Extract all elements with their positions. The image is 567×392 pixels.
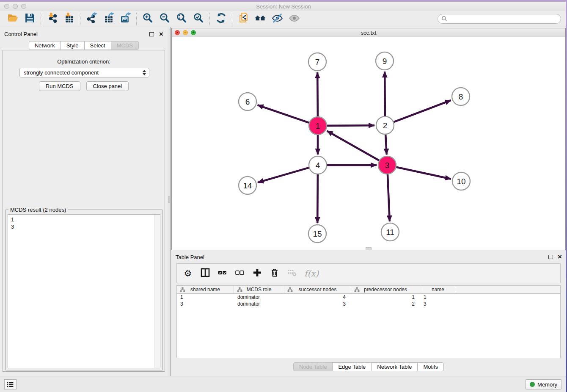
duplicate-network-button[interactable] xyxy=(235,12,252,26)
export-image-button[interactable] xyxy=(117,12,134,26)
import-network-icon xyxy=(47,12,58,25)
optimization-dropdown[interactable]: strongly connected component xyxy=(19,68,149,77)
control-panel-close-icon[interactable]: × xyxy=(159,32,163,36)
mcds-result-scrollbar[interactable] xyxy=(154,215,160,368)
tab-style[interactable]: Style xyxy=(61,41,85,50)
graph-node-1[interactable]: 1 xyxy=(309,117,327,135)
tab-select[interactable]: Select xyxy=(84,41,111,50)
save-session-button[interactable] xyxy=(21,12,38,26)
table-cell: 1 xyxy=(420,294,456,301)
node-table-body: 1dominator4113dominator323 xyxy=(177,294,560,307)
toolbar-separator xyxy=(232,13,232,25)
apply-layout-button[interactable] xyxy=(212,12,229,26)
panel-splitter[interactable] xyxy=(168,27,171,376)
table-cell: 3 xyxy=(284,301,351,307)
table-cell: dominator xyxy=(234,301,284,307)
tab-network[interactable]: Network xyxy=(29,41,61,50)
network-window-titlebar[interactable]: × − + scc.txt xyxy=(172,28,565,37)
delete-column-icon xyxy=(270,268,279,279)
graph-node-2[interactable]: 2 xyxy=(376,116,394,134)
edge-2-8[interactable] xyxy=(394,100,451,122)
settings-button[interactable]: ⚙ xyxy=(183,268,193,279)
column-header-shared-name[interactable]: shared name xyxy=(177,286,234,294)
graph-node-6[interactable]: 6 xyxy=(239,93,256,110)
graph-node-4[interactable]: 4 xyxy=(309,156,327,174)
hide-selected-button[interactable] xyxy=(269,12,286,26)
split-panel-button[interactable] xyxy=(200,268,210,279)
toolbar-separator xyxy=(80,13,80,25)
optimization-label: Optimization criterion: xyxy=(3,58,165,65)
zoom-fit-button[interactable] xyxy=(173,12,190,26)
memory-button[interactable]: Memory xyxy=(525,379,562,389)
application-window: Session: New Session Control Panel × Net… xyxy=(0,0,567,392)
column-header-MCDS-role[interactable]: MCDS role xyxy=(234,286,284,294)
control-panel-float-icon[interactable] xyxy=(149,32,154,36)
show-all-button[interactable] xyxy=(286,12,303,26)
zoom-out-button[interactable] xyxy=(156,12,173,26)
tab-node-table[interactable]: Node Table xyxy=(293,362,333,371)
graph-node-label: 7 xyxy=(315,58,320,66)
node-table-header-row: shared nameMCDS rolesuccessor nodesprede… xyxy=(177,286,560,294)
graph-node-3[interactable]: 3 xyxy=(378,156,396,174)
add-column-button[interactable] xyxy=(252,268,262,279)
import-table-button[interactable] xyxy=(61,12,77,26)
table-panel-float-icon[interactable] xyxy=(548,255,553,259)
edge-3-10[interactable] xyxy=(396,167,451,179)
graph-node-7[interactable]: 7 xyxy=(308,53,326,71)
task-history-button[interactable] xyxy=(4,379,17,389)
graph-node-10[interactable]: 10 xyxy=(452,172,470,190)
graph-node-15[interactable]: 15 xyxy=(308,225,326,243)
tab-network-table[interactable]: Network Table xyxy=(371,362,418,371)
edge-1-6[interactable] xyxy=(258,105,309,123)
canvas-resize-grip[interactable] xyxy=(366,247,372,250)
function-builder-button: f(x) xyxy=(304,268,319,279)
delete-table-icon xyxy=(287,268,297,279)
graph-node-11[interactable]: 11 xyxy=(381,223,399,241)
table-row[interactable]: 3dominator323 xyxy=(177,301,560,307)
duplicate-network-icon xyxy=(238,12,249,25)
tab-mcds[interactable]: MCDS xyxy=(111,41,139,50)
close-panel-button[interactable]: Close panel xyxy=(86,81,129,91)
edge-1-7[interactable] xyxy=(317,72,318,116)
edge-4-14[interactable] xyxy=(258,168,309,182)
table-row[interactable]: 1dominator411 xyxy=(177,294,560,301)
deselect-all-button[interactable] xyxy=(235,268,245,279)
import-network-button[interactable] xyxy=(44,12,61,26)
splitter-handle[interactable] xyxy=(168,196,170,203)
edge-2-3[interactable] xyxy=(385,135,387,155)
table-cell: 3 xyxy=(177,301,234,307)
graph-node-8[interactable]: 8 xyxy=(452,88,470,105)
edge-4-15[interactable] xyxy=(317,174,318,223)
first-neighbors-button[interactable] xyxy=(252,12,269,26)
edge-1-2[interactable] xyxy=(327,125,374,126)
table-panel-close-icon[interactable]: × xyxy=(558,255,562,259)
main-titlebar: Session: New Session xyxy=(0,2,567,11)
export-network-button[interactable] xyxy=(83,12,100,26)
zoom-selected-button[interactable] xyxy=(190,12,207,26)
edge-3-1[interactable] xyxy=(327,131,379,160)
tab-edge-table[interactable]: Edge Table xyxy=(332,362,372,371)
zoom-in-button[interactable] xyxy=(139,12,156,26)
open-session-button[interactable] xyxy=(4,12,21,26)
edge-2-9[interactable] xyxy=(385,72,385,116)
export-table-button[interactable] xyxy=(100,12,117,26)
network-window-title: scc.txt xyxy=(172,30,565,36)
edge-3-11[interactable] xyxy=(388,174,390,221)
tab-motifs[interactable]: Motifs xyxy=(417,362,444,371)
column-header-successor-nodes[interactable]: successor nodes xyxy=(284,286,351,294)
graph-node-label: 3 xyxy=(385,161,390,170)
run-mcds-button[interactable]: Run MCDS xyxy=(39,81,80,91)
mcds-result-textarea[interactable]: 1 3 xyxy=(8,214,160,368)
toolbar-separator xyxy=(41,13,41,25)
delete-column-button[interactable] xyxy=(270,268,280,279)
select-all-button[interactable] xyxy=(217,268,228,279)
network-canvas[interactable]: 7968124314101511 xyxy=(172,37,565,250)
column-header-predecessor-nodes[interactable]: predecessor nodes xyxy=(351,286,420,294)
graph-node-14[interactable]: 14 xyxy=(239,177,256,194)
mcds-result-lines: 1 3 xyxy=(8,215,160,230)
search-input[interactable] xyxy=(438,14,561,24)
export-network-icon xyxy=(86,12,97,25)
graph-node-9[interactable]: 9 xyxy=(376,52,394,70)
column-header-name[interactable]: name xyxy=(420,286,456,294)
export-image-icon xyxy=(120,12,131,25)
